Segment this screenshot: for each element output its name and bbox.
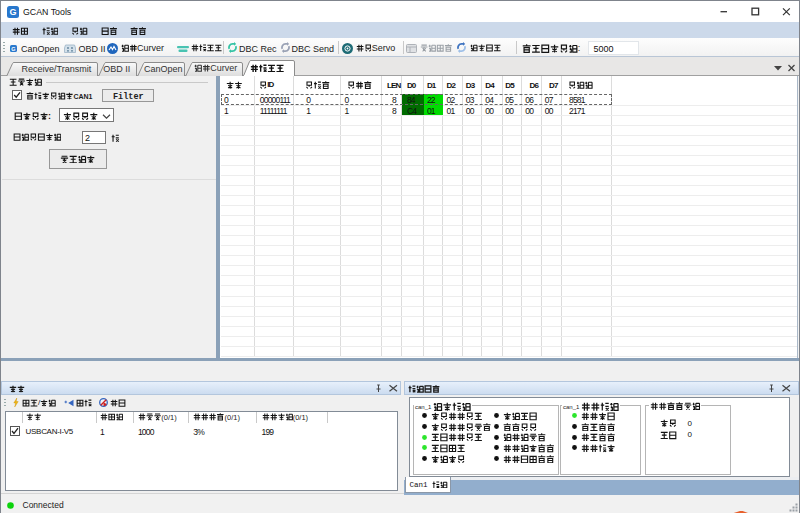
svg-text:G: G: [9, 7, 16, 17]
svg-text:G: G: [11, 46, 15, 52]
